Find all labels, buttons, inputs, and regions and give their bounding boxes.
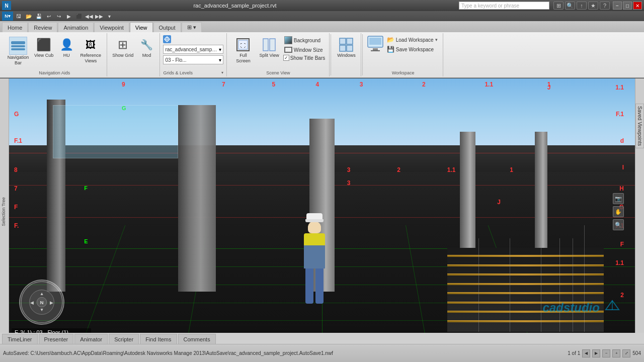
tab-scripter[interactable]: Scripter [109,334,139,344]
prev-page-button[interactable]: ◀ [582,349,590,357]
background-label: Background [294,38,320,43]
windows-content: Windows [335,34,358,69]
mod-button[interactable]: 🔧 Mod [136,35,156,60]
tab-timeliner[interactable]: TimeLiner [2,334,38,344]
qa-more[interactable]: ▾ [105,12,114,20]
toolbar-icon-4[interactable]: ★ [588,2,598,10]
qa-play[interactable]: ▶ [64,12,73,20]
grids-levels-expand[interactable]: ▾ [221,70,223,75]
qa-open[interactable]: 📂 [24,12,33,20]
stair-bar-3 [541,238,541,332]
background-button[interactable]: Background [282,35,326,45]
tab-extras[interactable]: ⊞ ▾ [182,22,202,32]
save-workspace-label: Save Workspace [396,47,434,52]
reference-views-button[interactable]: 🖼 Reference Views [77,35,104,65]
grid-label-j-mid: J [547,84,551,91]
stair-bar-4 [573,238,573,332]
ribbon-group-windows: Windows Windows [332,33,361,76]
stair-background [447,248,604,332]
close-button[interactable]: ✕ [633,2,642,10]
minimize-button[interactable]: − [613,2,622,10]
floor-dropdown[interactable]: 03 - Flo... ▾ [163,55,223,64]
tab-viewpoint[interactable]: Viewpoint [94,22,129,32]
reference-views-label: Reference Views [79,53,102,64]
ribbon-content: Navigation Bar ⬛ View Cub 👤 HU 🖼 Referen… [0,32,644,77]
qa-redo[interactable]: ↪ [54,12,63,20]
grid-label-2-right: 2 [620,292,624,299]
grid-icon-row [163,35,171,43]
next-page-button[interactable]: ▶ [592,349,600,357]
camera-icon[interactable]: 📷 [613,193,624,204]
qa-new[interactable]: 🖫 [14,12,23,20]
save-workspace-button[interactable]: 💾 Save Workspace [385,45,440,54]
window-size-button[interactable]: Window Size [282,46,326,54]
toolbar-icon-2[interactable]: 🔍 [565,2,575,10]
split-view-button[interactable]: Split View [257,35,281,60]
svg-rect-10 [340,45,346,51]
svg-rect-6 [263,39,268,51]
hu-icon: 👤 [58,37,74,53]
fit-button[interactable]: ⤢ [622,349,630,357]
qa-undo[interactable]: ↩ [44,12,53,20]
zoom-out-button[interactable]: − [602,349,610,357]
tab-review[interactable]: Review [28,22,57,32]
human-leg-right [315,268,324,304]
tab-output[interactable]: Output [153,22,181,32]
grid-label-f1-right: F.1 [616,111,624,118]
grid-label-top-4: 4 [316,81,319,88]
human-legs-container [305,268,324,304]
qa-prev[interactable]: ◀◀ [85,12,94,20]
zoom-in-button[interactable]: + [612,349,620,357]
file-dropdown[interactable]: rac_advanced_sample_proje... ▾ [163,45,223,54]
svg-text:▲: ▲ [40,291,44,296]
svg-rect-14 [373,48,378,50]
grid-icon [163,35,171,43]
toolbar-icon-3[interactable]: ↑ [577,2,587,10]
zoom-icon[interactable]: 🔍 [613,219,624,230]
right-nav-controls: 📷 ✋ 🔍 [613,193,624,230]
ribbon-group-show-grid: ⊞ Show Grid 🔧 Mod [107,33,160,76]
tab-animation[interactable]: Animation [58,22,94,32]
ribbon-group-navigation-aids: Navigation Bar ⬛ View Cub 👤 HU 🖼 Referen… [2,33,107,76]
nav-bar-button[interactable]: Navigation Bar [5,35,31,67]
windows-button[interactable]: Windows [335,35,358,60]
windows-icon [338,37,354,53]
viewport[interactable]: F.1 G 8 7 F F. 9 7 5 4 3 2 1.1 1 3 2 1.1… [9,78,635,345]
title-search-box[interactable]: Type a keyword or phrase [459,2,549,10]
scene-view-content: ⛶ Full Screen Split View [230,34,326,69]
bottom-tabs: TimeLiner Presenter Animator Scripter Fi… [0,333,644,344]
show-title-bars-toggle[interactable]: ✓ Show Title Bars [282,54,326,61]
qa-next[interactable]: ▶▶ [95,12,104,20]
stair-1 [447,255,604,257]
stair-8 [447,320,604,322]
tab-animator[interactable]: Animator [74,334,108,344]
toolbar-icon-5[interactable]: ? [600,2,610,10]
show-title-bars-checkbox: ✓ [283,55,289,61]
floor-dropdown-text: 03 - Flo... [165,57,218,63]
show-grid-button[interactable]: ⊞ Show Grid [110,35,135,60]
view-cub-button[interactable]: ⬛ View Cub [32,35,55,60]
app-menu-button[interactable]: N▾ [2,12,13,21]
maximize-button[interactable]: □ [623,2,632,10]
load-workspace-button[interactable]: 📂 Load Workspace ▾ [385,35,440,44]
hand-icon[interactable]: ✋ [613,206,624,217]
title-bar-controls: − □ ✕ [613,2,642,10]
nav-bar-icon [9,37,27,55]
file-dropdown-arrow: ▾ [219,47,221,52]
qa-stop[interactable]: ⬛ [74,12,84,20]
stair-2 [447,264,604,266]
tab-view[interactable]: View [130,22,153,32]
grid-label-f-left: F [14,204,18,211]
full-screen-button[interactable]: ⛶ Full Screen [230,35,256,65]
tab-presenter[interactable]: Presenter [39,334,74,344]
tab-home[interactable]: Home [2,22,28,32]
tab-find-items[interactable]: Find Items [140,334,177,344]
hu-button[interactable]: 👤 HU [56,35,76,60]
tab-comments[interactable]: Comments [178,334,216,344]
grid-label-f12-right: F [620,241,624,248]
toolbar-icon-1[interactable]: ⊞ [553,2,564,10]
qa-save[interactable]: 💾 [34,12,43,20]
nav-wheel[interactable]: ▲ ▼ ◀ ▶ N [19,280,64,325]
handrail-1 [584,225,585,332]
human-figure [297,213,332,324]
